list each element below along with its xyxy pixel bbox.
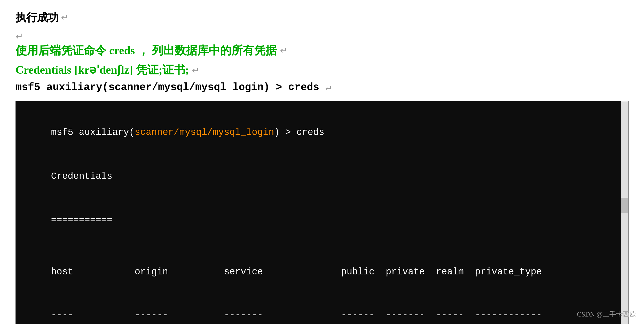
terminal-dash-row: ---- ------ ------- ------ ------- -----… [29,294,615,324]
terminal-prompt-text: msf5 auxiliary( [51,127,135,138]
terminal-dashes-text: ---- ------ ------- ------ ------- -----… [51,310,542,320]
scrollbar-area[interactable] [621,101,628,324]
heading-credentials: Credentials [krəˈdenʃlz] 凭证;证书; ↵ [15,62,629,78]
terminal-block: msf5 auxiliary(scanner/mysql/mysql_login… [15,101,629,324]
empty-line-1: ↵ [15,30,629,43]
command-label: msf5 auxiliary(scanner/mysql/mysql_login… [15,82,629,93]
terminal-suffix: ) > creds [274,127,324,138]
return-arrow-5: ↵ [325,82,331,93]
terminal-header-text: host origin service public private realm… [51,267,542,277]
watermark: CSDN @二手卡西欧 [577,310,636,319]
terminal-header-row: host origin service public private realm… [29,251,615,293]
watermark-text: CSDN @二手卡西欧 [577,311,636,318]
return-arrow-4: ↵ [192,65,200,76]
terminal-module-text: scanner/mysql/mysql_login [135,127,274,138]
success-text: 执行成功 [15,10,59,25]
terminal-line-1: msf5 auxiliary(scanner/mysql/mysql_login… [29,112,615,153]
heading-creds-text: 使用后端凭证命令 creds ， 列出数据库中的所有凭据 [15,43,277,58]
return-arrow-3: ↵ [280,45,288,56]
terminal-separator-text: =========== [51,215,112,226]
success-line: 执行成功 ↵ [15,10,629,25]
scrollbar-thumb[interactable] [621,198,628,213]
terminal-line-3: =========== [29,199,615,241]
terminal-empty-1 [29,243,615,251]
terminal-credentials-label: Credentials [51,171,112,182]
heading-creds: 使用后端凭证命令 creds ， 列出数据库中的所有凭据 ↵ [15,43,629,58]
terminal-line-2: Credentials [29,156,615,197]
return-arrow-1: ↵ [61,12,69,23]
return-arrow-2: ↵ [15,31,23,42]
heading-credentials-text: Credentials [krəˈdenʃlz] 凭证;证书; [15,64,189,76]
command-label-text: msf5 auxiliary(scanner/mysql/mysql_login… [15,82,319,93]
